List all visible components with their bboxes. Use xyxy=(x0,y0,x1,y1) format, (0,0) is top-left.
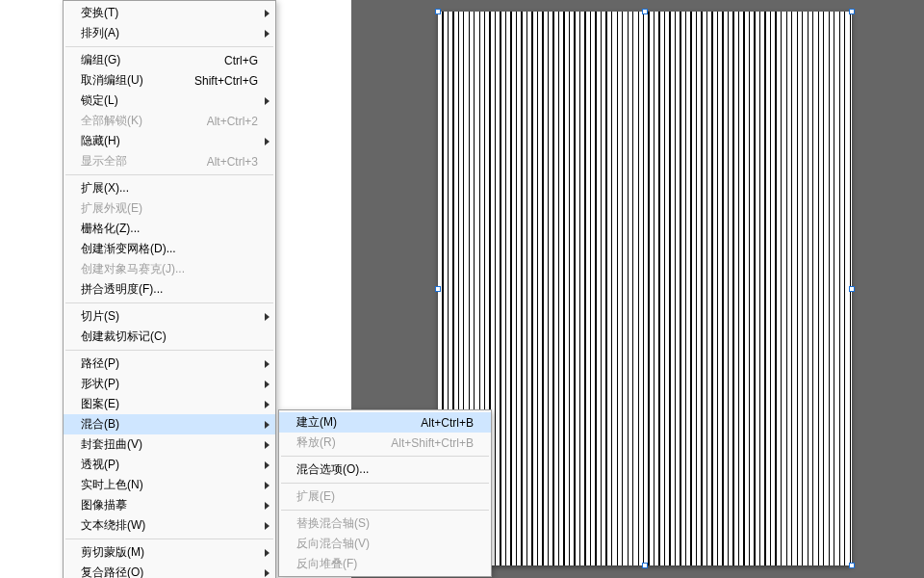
selection-handle-s[interactable] xyxy=(642,563,648,568)
menu-item-label: 释放(R) xyxy=(296,434,372,451)
submenu-arrow-icon xyxy=(265,30,270,38)
selection-handle-nw[interactable] xyxy=(435,9,441,14)
menu-item-shortcut: Alt+Ctrl+B xyxy=(421,416,474,430)
menu-item-label: 扩展(X)... xyxy=(81,180,258,197)
selection-handle-n[interactable] xyxy=(642,9,648,14)
artwork-stripes xyxy=(438,12,852,565)
submenu-arrow-icon xyxy=(265,482,270,489)
menu-item-label: 锁定(L) xyxy=(81,92,258,109)
menu-item-label: 创建对象马赛克(J)... xyxy=(81,261,258,277)
menu2-item-反向混合轴: 反向混合轴(V) xyxy=(279,534,491,554)
menu1-item-文本绕排[interactable]: 文本绕排(W) xyxy=(64,515,275,536)
selection-handle-w[interactable] xyxy=(435,286,441,292)
menu-item-label: 拼合透明度(F)... xyxy=(81,281,258,298)
menu-separator xyxy=(65,539,273,539)
context-menu-object[interactable]: 变换(T)排列(A)编组(G)Ctrl+G取消编组(U)Shift+Ctrl+G… xyxy=(63,0,276,578)
menu-item-label: 排列(A) xyxy=(81,25,258,41)
menu1-item-实时上色[interactable]: 实时上色(N) xyxy=(64,475,275,495)
menu-item-label: 创建渐变网格(D)... xyxy=(81,241,258,257)
menu-separator xyxy=(65,46,273,47)
menu1-item-图案[interactable]: 图案(E) xyxy=(64,394,275,414)
menu1-item-复合路径[interactable]: 复合路径(O) xyxy=(64,563,275,578)
submenu-arrow-icon xyxy=(265,549,270,557)
menu1-item-排列[interactable]: 排列(A) xyxy=(64,23,275,43)
submenu-arrow-icon xyxy=(265,421,270,429)
menu1-item-切片[interactable]: 切片(S) xyxy=(64,306,275,327)
menu2-item-释放: 释放(R)Alt+Shift+Ctrl+B xyxy=(279,433,491,453)
menu-item-label: 剪切蒙版(M) xyxy=(81,544,258,561)
menu-separator xyxy=(281,456,489,457)
menu1-item-混合[interactable]: 混合(B) xyxy=(64,414,275,434)
menu-item-label: 扩展(E) xyxy=(296,488,474,505)
menu-item-label: 图像描摹 xyxy=(81,497,258,513)
menu-item-label: 变换(T) xyxy=(81,5,258,21)
menu-item-shortcut: Alt+Shift+Ctrl+B xyxy=(391,436,474,450)
menu-item-label: 替换混合轴(S) xyxy=(296,515,474,532)
submenu-arrow-icon xyxy=(265,360,270,368)
menu-item-label: 栅格化(Z)... xyxy=(81,221,258,237)
menu1-item-创建渐变网格[interactable]: 创建渐变网格(D)... xyxy=(64,239,275,259)
menu-item-label: 显示全部 xyxy=(81,153,188,170)
submenu-arrow-icon xyxy=(265,502,270,510)
artboard[interactable] xyxy=(438,12,852,565)
menu1-item-显示全部: 显示全部Alt+Ctrl+3 xyxy=(64,151,275,171)
menu-item-label: 扩展外观(E) xyxy=(81,200,258,217)
menu1-item-编组[interactable]: 编组(G)Ctrl+G xyxy=(64,50,275,70)
menu-item-label: 封套扭曲(V) xyxy=(81,436,258,453)
menu1-item-扩展[interactable]: 扩展(X)... xyxy=(64,178,275,198)
menu-item-label: 混合(B) xyxy=(81,416,258,433)
menu1-item-封套扭曲[interactable]: 封套扭曲(V) xyxy=(64,434,275,455)
submenu-arrow-icon xyxy=(265,441,270,449)
menu1-item-变换[interactable]: 变换(T) xyxy=(64,3,275,23)
menu-item-label: 切片(S) xyxy=(81,308,258,325)
menu-item-label: 实时上色(N) xyxy=(81,477,258,493)
submenu-arrow-icon xyxy=(265,461,270,469)
submenu-blend[interactable]: 建立(M)Alt+Ctrl+B释放(R)Alt+Shift+Ctrl+B混合选项… xyxy=(278,409,492,577)
menu2-item-替换混合轴: 替换混合轴(S) xyxy=(279,513,491,534)
submenu-arrow-icon xyxy=(265,138,270,145)
menu2-item-建立[interactable]: 建立(M)Alt+Ctrl+B xyxy=(279,412,491,433)
menu-item-label: 编组(G) xyxy=(81,52,205,68)
menu2-item-扩展: 扩展(E) xyxy=(279,486,491,507)
menu1-item-全部解锁: 全部解锁(K)Alt+Ctrl+2 xyxy=(64,111,275,131)
menu-item-label: 取消编组(U) xyxy=(81,72,175,89)
menu1-item-拼合透明度[interactable]: 拼合透明度(F)... xyxy=(64,279,275,300)
menu-item-shortcut: Ctrl+G xyxy=(224,54,258,67)
menu1-item-取消编组[interactable]: 取消编组(U)Shift+Ctrl+G xyxy=(64,70,275,91)
submenu-arrow-icon xyxy=(265,313,270,321)
menu1-item-栅格化[interactable]: 栅格化(Z)... xyxy=(64,219,275,239)
menu1-item-创建对象马赛克: 创建对象马赛克(J)... xyxy=(64,259,275,279)
menu-item-label: 透视(P) xyxy=(81,457,258,473)
menu1-item-图像描摹[interactable]: 图像描摹 xyxy=(64,495,275,515)
menu-separator xyxy=(65,350,273,351)
menu2-item-混合选项[interactable]: 混合选项(O)... xyxy=(279,460,491,480)
menu1-item-锁定[interactable]: 锁定(L) xyxy=(64,91,275,111)
menu-item-label: 反向混合轴(V) xyxy=(296,536,474,552)
submenu-arrow-icon xyxy=(265,10,270,17)
menu-item-label: 文本绕排(W) xyxy=(81,517,258,534)
submenu-arrow-icon xyxy=(265,522,270,530)
selection-handle-e[interactable] xyxy=(849,286,855,292)
selection-handle-se[interactable] xyxy=(849,563,855,568)
menu-item-label: 反向堆叠(F) xyxy=(296,556,474,572)
menu-item-shortcut: Shift+Ctrl+G xyxy=(194,74,258,88)
submenu-arrow-icon xyxy=(265,401,270,408)
selection-handle-ne[interactable] xyxy=(849,9,855,14)
menu1-item-路径[interactable]: 路径(P) xyxy=(64,354,275,374)
menu-item-label: 隐藏(H) xyxy=(81,133,258,149)
menu-item-label: 路径(P) xyxy=(81,355,258,372)
menu-item-label: 复合路径(O) xyxy=(81,565,258,578)
menu1-item-创建裁切标记[interactable]: 创建裁切标记(C) xyxy=(64,327,275,347)
menu-separator xyxy=(281,483,489,484)
menu-item-shortcut: Alt+Ctrl+3 xyxy=(207,155,258,169)
submenu-arrow-icon xyxy=(265,569,270,577)
menu-separator xyxy=(281,510,489,511)
menu1-item-透视[interactable]: 透视(P) xyxy=(64,455,275,475)
menu1-item-形状[interactable]: 形状(P) xyxy=(64,374,275,394)
menu-item-label: 全部解锁(K) xyxy=(81,113,188,129)
menu1-item-剪切蒙版[interactable]: 剪切蒙版(M) xyxy=(64,542,275,563)
menu1-item-隐藏[interactable]: 隐藏(H) xyxy=(64,131,275,151)
menu2-item-反向堆叠: 反向堆叠(F) xyxy=(279,554,491,574)
menu-item-label: 混合选项(O)... xyxy=(296,461,474,478)
menu1-item-扩展外观: 扩展外观(E) xyxy=(64,198,275,219)
